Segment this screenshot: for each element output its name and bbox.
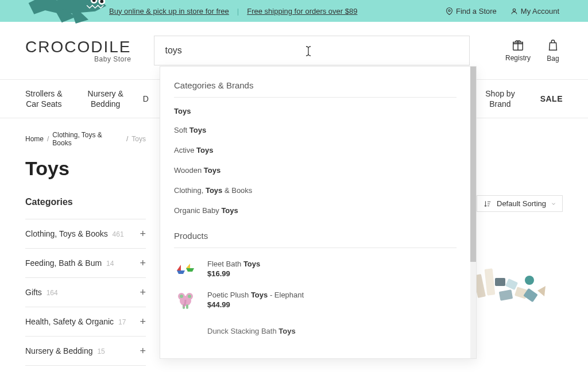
svg-rect-11 [499,289,513,301]
chevron-down-icon [551,201,556,207]
ac-product-item[interactable]: Poetic Plush Toys - Elephant $44.99 [174,288,457,311]
plus-icon: + [140,346,146,356]
my-account-link[interactable]: My Account [510,7,559,16]
categories-heading: Categories [25,197,146,207]
breadcrumb-current: Toys [131,135,146,143]
promo-links: Buy online & pick up in store for free |… [109,7,357,16]
ac-categories-title: Categories & Brands [174,80,457,98]
svg-rect-10 [505,279,518,290]
svg-point-3 [100,0,103,3]
ac-product-thumb [174,319,197,342]
my-account-label: My Account [521,7,559,16]
ac-item-match: Toys [206,186,222,195]
search-autocomplete-panel: Categories & Brands Toys Soft Toys Activ… [160,66,477,359]
find-store-link[interactable]: Find a Store [446,7,497,16]
svg-rect-21 [186,304,188,309]
ac-product-item[interactable]: Dunck Stacking Bath Toys [174,319,457,342]
ac-product-name: Poetic Plush Toys - Elephant [207,291,304,299]
autocomplete-scrollbar[interactable] [470,67,476,358]
svg-rect-8 [485,268,496,295]
svg-point-0 [91,0,98,3]
breadcrumb-sep: / [47,135,49,143]
ac-item-match: Toys [204,166,220,175]
ac-category-item[interactable]: Organic Baby Toys [174,206,457,215]
ac-item-prefix: Soft [174,126,189,134]
promo-link-pickup[interactable]: Buy online & pick up in store for free [109,7,229,16]
plus-icon: + [140,287,146,297]
top-promo-bar: Buy online & pick up in store for free |… [0,0,588,22]
sort-dropdown[interactable]: Default Sorting [477,195,563,212]
category-item[interactable]: Nursery & Bedding 15 + [25,337,146,366]
ac-product-name: Fleet Bath Toys [207,260,260,268]
user-icon [510,7,518,16]
ac-item-suffix: & Books [222,186,252,195]
nav-label: D [143,94,149,103]
nav-item-shop-brand[interactable]: Shop by Brand [485,88,514,109]
pin-icon [446,7,453,16]
ac-category-item[interactable]: Wooden Toys [174,166,457,175]
ac-product-price: $16.99 [207,269,260,278]
ac-products-title: Products [174,231,457,248]
ac-product-name: Dunck Stacking Bath Toys [207,327,296,335]
svg-rect-9 [495,278,505,286]
gift-icon [511,39,525,52]
plus-icon: + [140,316,146,327]
svg-point-5 [513,9,515,11]
ac-item-match: Toys [196,146,213,154]
brand-tagline: Baby Store [25,55,131,63]
brand-name: CROCODILE [25,38,131,56]
boats-icon [175,260,196,277]
nav-label: Shop by Brand [485,89,514,109]
nav-label: Strollers & Car Seats [25,89,63,109]
nav-item-sale[interactable]: SALE [540,94,563,104]
ac-item-match: Toys [189,126,206,134]
nav-label: Nursery & Bedding [88,89,123,109]
sort-icon [483,200,492,208]
category-label: Feeding, Bath & Bum [25,258,102,268]
nav-item-strollers[interactable]: Strollers & Car Seats [25,88,63,109]
ac-category-item[interactable]: Soft Toys [174,126,457,134]
svg-point-4 [448,9,450,11]
category-count: 14 [106,260,114,268]
ac-product-thumb [174,257,197,280]
category-list: Clothing, Toys & Books 461 + Feeding, Ba… [25,219,146,366]
plus-icon: + [140,229,146,239]
nav-item-truncated[interactable]: D [143,94,149,104]
category-item[interactable]: Health, Safety & Organic 17 + [25,307,146,337]
find-store-label: Find a Store [456,7,497,16]
svg-point-2 [98,0,105,5]
ac-item-prefix: Clothing, [174,186,206,195]
bag-icon [547,38,559,52]
category-item[interactable]: Gifts 164 + [25,278,146,307]
registry-link[interactable]: Registry [505,39,531,62]
promo-separator: | [237,7,239,16]
product-thumb-blocks[interactable] [465,263,548,315]
category-item[interactable]: Feeding, Bath & Bum 14 + [25,249,146,278]
ac-category-item[interactable]: Clothing, Toys & Books [174,186,457,195]
ac-item-prefix: Wooden [174,166,204,175]
brand-logo[interactable]: CROCODILE Baby Store [25,38,131,63]
breadcrumb-parent[interactable]: Clothing, Toys & Books [52,131,123,147]
ac-item-prefix: Organic Baby [174,206,221,215]
nav-label: SALE [540,94,563,103]
search-box[interactable] [154,36,470,65]
category-label: Clothing, Toys & Books [25,229,108,238]
promo-link-shipping[interactable]: Free shipping for orders over $89 [247,7,357,16]
ac-heading[interactable]: Toys [174,107,457,115]
svg-point-18 [180,295,183,298]
svg-point-1 [92,0,96,2]
breadcrumb-sep: / [126,135,128,143]
breadcrumb-home[interactable]: Home [25,135,44,143]
ac-category-item[interactable]: Active Toys [174,146,457,154]
search-input[interactable] [165,45,459,56]
ac-product-item[interactable]: Fleet Bath Toys $16.99 [174,257,457,280]
category-item[interactable]: Clothing, Toys & Books 461 + [25,219,146,249]
scrollbar-thumb[interactable] [470,67,476,262]
category-count: 17 [118,318,126,326]
bag-link[interactable]: Bag [547,38,559,63]
ac-product-price: $44.99 [207,300,304,309]
breadcrumb: Home / Clothing, Toys & Books / Toys [25,131,146,147]
ac-item-prefix: Active [174,146,196,154]
nav-item-nursery[interactable]: Nursery & Bedding [88,88,123,109]
category-count: 164 [47,289,58,297]
